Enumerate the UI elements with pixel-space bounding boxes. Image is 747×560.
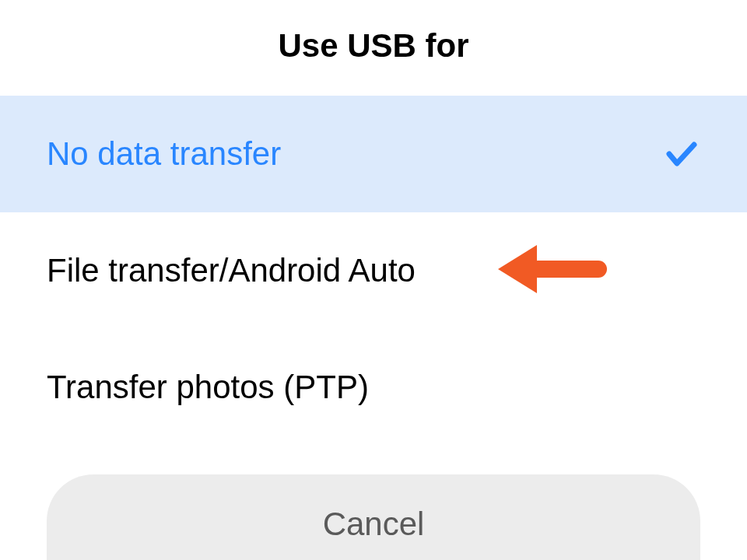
dialog-title: Use USB for <box>0 0 747 96</box>
usb-option-file-transfer[interactable]: File transfer/Android Auto <box>0 212 747 329</box>
option-label: File transfer/Android Auto <box>47 252 700 289</box>
cancel-label: Cancel <box>323 506 425 543</box>
check-icon <box>663 135 700 173</box>
option-label: No data transfer <box>47 135 663 173</box>
cancel-button[interactable]: Cancel <box>47 474 700 560</box>
usb-option-transfer-photos[interactable]: Transfer photos (PTP) <box>0 329 747 446</box>
option-label: Transfer photos (PTP) <box>47 369 700 406</box>
usb-option-no-data-transfer[interactable]: No data transfer <box>0 96 747 212</box>
